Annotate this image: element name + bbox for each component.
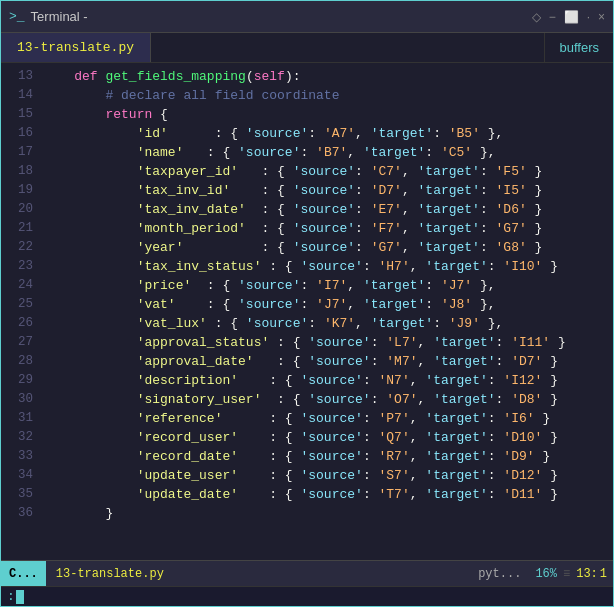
code-line: 'approval_status' : { 'source': 'L7', 't… (43, 333, 613, 352)
line-number: 17 (7, 143, 33, 162)
code-line: 'signatory_user' : { 'source': 'O7', 'ta… (43, 390, 613, 409)
line-number: 25 (7, 295, 33, 314)
code-line: 'description' : { 'source': 'N7', 'targe… (43, 371, 613, 390)
line-number: 24 (7, 276, 33, 295)
line-number: 26 (7, 314, 33, 333)
tab-label: 13-translate.py (17, 40, 134, 55)
code-line: 'name' : { 'source': 'B7', 'target': 'C5… (43, 143, 613, 162)
line-number: 18 (7, 162, 33, 181)
code-line: 'id' : { 'source': 'A7', 'target': 'B5' … (43, 124, 613, 143)
tab-active[interactable]: 13-translate.py (1, 33, 151, 62)
titlebar-controls: ◇ − ⬜ · × (532, 10, 605, 24)
status-line: 13: (576, 567, 598, 581)
status-equals: ≡ (559, 567, 574, 581)
code-line: 'tax_inv_status' : { 'source': 'H7', 'ta… (43, 257, 613, 276)
line-number: 14 (7, 86, 33, 105)
status-percent: 16% (535, 567, 557, 581)
line-number: 21 (7, 219, 33, 238)
code-line: return { (43, 105, 613, 124)
line-number: 29 (7, 371, 33, 390)
cursor-block (16, 590, 24, 604)
terminal-icon: >_ (9, 9, 25, 24)
line-numbers: 1314151617181920212223242526272829303132… (1, 63, 39, 560)
tabbar: 13-translate.py buffers (1, 33, 613, 63)
titlebar-left: >_ Terminal - (9, 9, 88, 24)
maximize-icon[interactable]: ⬜ (564, 10, 579, 24)
code-line: 'year' : { 'source': 'G7', 'target': 'G8… (43, 238, 613, 257)
line-number: 33 (7, 447, 33, 466)
close-icon[interactable]: × (598, 10, 605, 24)
code-line: 'price' : { 'source': 'I7', 'target': 'J… (43, 276, 613, 295)
line-number: 16 (7, 124, 33, 143)
code-content[interactable]: def get_fields_mapping(self): # declare … (39, 63, 613, 560)
bottom-input[interactable]: : (1, 586, 613, 606)
line-number: 30 (7, 390, 33, 409)
line-number: 23 (7, 257, 33, 276)
code-line: 'record_date' : { 'source': 'R7', 'targe… (43, 447, 613, 466)
buffers-label: buffers (559, 40, 599, 55)
line-number: 28 (7, 352, 33, 371)
code-line: 'record_user' : { 'source': 'Q7', 'targe… (43, 428, 613, 447)
code-line: 'update_user' : { 'source': 'S7', 'targe… (43, 466, 613, 485)
dot-icon: · (587, 10, 590, 24)
editor: 1314151617181920212223242526272829303132… (1, 63, 613, 560)
code-line: 'taxpayer_id' : { 'source': 'C7', 'targe… (43, 162, 613, 181)
code-line: # declare all field coordinate (43, 86, 613, 105)
minimize-icon[interactable]: ◇ (532, 10, 541, 24)
statusbar: C... 13-translate.py pyt... 16% ≡ 13: 1 (1, 560, 613, 586)
code-line: 'approval_date' : { 'source': 'M7', 'tar… (43, 352, 613, 371)
line-number: 32 (7, 428, 33, 447)
line-number: 13 (7, 67, 33, 86)
terminal-window: >_ Terminal - ◇ − ⬜ · × 13-translate.py … (0, 0, 614, 607)
status-file: 13-translate.py (46, 567, 470, 581)
collapse-icon[interactable]: − (549, 10, 556, 24)
code-line: def get_fields_mapping(self): (43, 67, 613, 86)
status-mode: C... (1, 561, 46, 586)
code-line: 'vat' : { 'source': 'J7', 'target': 'J8'… (43, 295, 613, 314)
code-line: 'vat_lux' : { 'source': 'K7', 'target': … (43, 314, 613, 333)
colon-prompt: : (7, 589, 15, 604)
line-number: 22 (7, 238, 33, 257)
line-number: 36 (7, 504, 33, 523)
code-line: 'month_period' : { 'source': 'F7', 'targ… (43, 219, 613, 238)
line-number: 35 (7, 485, 33, 504)
line-number: 19 (7, 181, 33, 200)
code-line: 'tax_inv_date' : { 'source': 'E7', 'targ… (43, 200, 613, 219)
titlebar-title: Terminal - (31, 9, 88, 24)
code-line: } (43, 504, 613, 523)
tab-spacer (151, 33, 544, 62)
code-area: 1314151617181920212223242526272829303132… (1, 63, 613, 560)
code-line: 'reference' : { 'source': 'P7', 'target'… (43, 409, 613, 428)
line-number: 15 (7, 105, 33, 124)
line-number: 31 (7, 409, 33, 428)
status-lang: pyt... (470, 567, 529, 581)
code-line: 'tax_inv_id' : { 'source': 'D7', 'target… (43, 181, 613, 200)
status-right: 16% ≡ 13: 1 (529, 567, 613, 581)
line-number: 27 (7, 333, 33, 352)
status-col: 1 (600, 567, 607, 581)
code-line: 'update_date' : { 'source': 'T7', 'targe… (43, 485, 613, 504)
buffers-button[interactable]: buffers (544, 33, 613, 62)
titlebar: >_ Terminal - ◇ − ⬜ · × (1, 1, 613, 33)
line-number: 20 (7, 200, 33, 219)
line-number: 34 (7, 466, 33, 485)
